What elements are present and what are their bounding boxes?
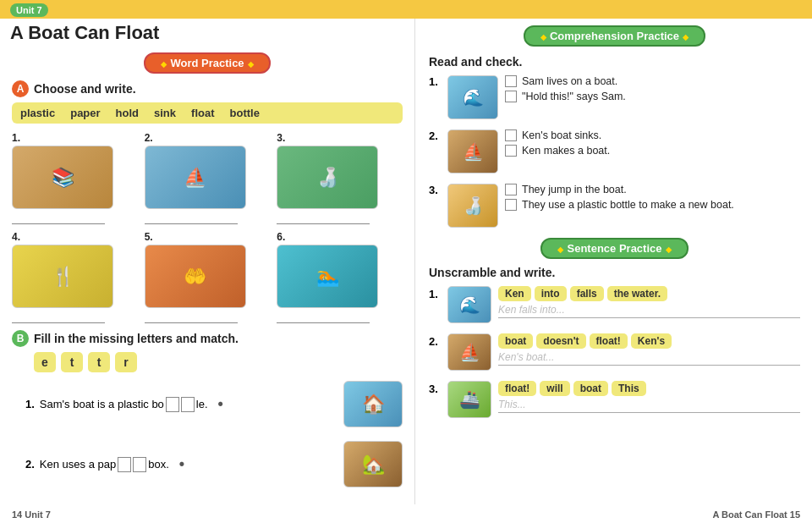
image-item-4: 4. 🍴 xyxy=(12,231,138,323)
word-bank: plastic paper hold sink float bottle xyxy=(12,102,403,124)
chip-3a: float! xyxy=(498,381,536,396)
word-chips-3: float! will boat This xyxy=(498,381,800,396)
dot-connector-1: • xyxy=(218,395,223,413)
fill-item-1: 1. Sam's boat is a plastic bo le. • 🏠 xyxy=(25,381,403,427)
section-b-heading: B Fill in the missing letters and match. xyxy=(12,330,403,347)
check-text-3b: They use a plastic bottle to make a new … xyxy=(522,199,734,211)
scramble-scene-2: ⛵ xyxy=(447,333,491,371)
read-check-heading: Read and check. xyxy=(429,55,800,69)
image-box-6: 🏊 xyxy=(277,245,378,308)
fill-before-1: Sam's boat is a plastic bo xyxy=(40,398,164,410)
char-box-1a[interactable] xyxy=(166,397,179,412)
check-options-2: Ken's boat sinks. Ken makes a boat. xyxy=(505,129,610,157)
check-text-2a: Ken's boat sinks. xyxy=(522,129,601,141)
check-text-3a: They jump in the boat. xyxy=(522,184,627,195)
chip-2b: doesn't xyxy=(536,333,585,349)
chip-1c: falls xyxy=(570,286,604,301)
fill-boxes-2[interactable] xyxy=(118,457,146,472)
checkbox-2a[interactable] xyxy=(505,129,517,141)
check-text-1a: Sam lives on a boat. xyxy=(522,75,617,87)
letter-box-r: r xyxy=(115,352,137,372)
fill-match-img-2: 🏡 xyxy=(343,441,403,487)
chip-2a: boat xyxy=(498,333,533,349)
image-box-4: 🍴 xyxy=(12,245,113,308)
checkbox-1b[interactable] xyxy=(505,91,517,102)
answer-line-4[interactable] xyxy=(12,311,105,323)
word-hold: hold xyxy=(116,107,139,119)
answer-line-3[interactable] xyxy=(277,212,370,224)
fill-before-2: Ken uses a pap xyxy=(40,458,116,471)
scramble-content-2: boat doesn't float! Ken's Ken's boat... xyxy=(498,333,800,366)
check-option-3b[interactable]: They use a plastic bottle to make a new … xyxy=(505,199,734,211)
dot-connector-2: • xyxy=(179,455,184,473)
char-box-1b[interactable] xyxy=(181,397,195,412)
section-a-heading: A Choose and write. xyxy=(12,80,403,97)
fill-boxes-1[interactable] xyxy=(166,397,195,412)
chip-1d: the water. xyxy=(607,286,667,301)
scene-img-3: 🍶 xyxy=(447,184,498,228)
sent-label: Sentence Practice xyxy=(540,238,688,259)
scramble-answer-1[interactable]: Ken falls into... xyxy=(498,304,800,318)
scramble-item-1: 1. 🌊 Ken into falls the water. Ken falls… xyxy=(429,286,800,323)
image-item-1: 1. 📚 xyxy=(12,132,138,224)
chip-3d: This xyxy=(612,381,646,396)
check-text-2b: Ken makes a boat. xyxy=(522,145,610,157)
unit-badge: Unit 7 xyxy=(10,3,48,17)
scramble-scene-1: 🌊 xyxy=(447,286,491,323)
scramble-content-3: float! will boat This This... xyxy=(498,381,800,413)
check-option-2a[interactable]: Ken's boat sinks. xyxy=(505,129,610,141)
image-item-6: 6. 🏊 xyxy=(277,231,403,323)
letter-box-t2: t xyxy=(88,352,110,372)
answer-line-6[interactable] xyxy=(277,311,370,323)
check-option-3a[interactable]: They jump in the boat. xyxy=(505,184,734,195)
vertical-divider xyxy=(414,19,415,504)
check-option-1a[interactable]: Sam lives on a boat. xyxy=(505,75,626,87)
footer-right: A Boat Can Float 15 xyxy=(713,509,801,520)
section-b: B Fill in the missing letters and match.… xyxy=(12,330,403,487)
scene-img-1: 🌊 xyxy=(447,75,498,119)
fill-match-img-1: 🏠 xyxy=(343,381,403,427)
comp-label: Comprehension Practice xyxy=(524,25,705,47)
fill-item-2: 2. Ken uses a pap box. • 🏡 xyxy=(25,441,403,487)
chip-3b: will xyxy=(540,381,569,396)
check-item-3: 3. 🍶 They jump in the boat. They use a p… xyxy=(429,184,800,228)
fill-num-2: 2. xyxy=(25,458,35,471)
image-grid: 1. 📚 2. ⛵ 3. 🍶 4. 🍴 xyxy=(12,132,403,323)
check-option-2b[interactable]: Ken makes a boat. xyxy=(505,145,610,157)
chip-1a: Ken xyxy=(498,286,531,301)
chip-3c: boat xyxy=(573,381,608,396)
letter-boxes: e t t r xyxy=(34,352,403,372)
comp-banner: Comprehension Practice xyxy=(429,25,800,47)
image-box-1: 📚 xyxy=(12,146,113,209)
scramble-answer-3[interactable]: This... xyxy=(498,399,800,413)
char-box-2a[interactable] xyxy=(118,457,131,472)
letter-box-t1: t xyxy=(61,352,83,372)
scramble-item-3: 3. 🚢 float! will boat This This... xyxy=(429,381,800,418)
checkbox-1a[interactable] xyxy=(505,75,517,87)
scramble-answer-2[interactable]: Ken's boat... xyxy=(498,351,800,366)
word-practice-banner: Word Practice xyxy=(12,52,403,74)
check-item-1: 1. 🌊 Sam lives on a boat. "Hold this!" s… xyxy=(429,75,800,119)
header-bar xyxy=(0,0,812,19)
letter-box-e: e xyxy=(34,352,56,372)
scramble-scene-3: 🚢 xyxy=(447,381,491,418)
word-bottle: bottle xyxy=(230,107,260,119)
word-practice-label: Word Practice xyxy=(144,52,270,74)
answer-line-5[interactable] xyxy=(145,311,238,323)
image-item-2: 2. ⛵ xyxy=(145,132,271,224)
char-box-2b[interactable] xyxy=(133,457,146,472)
answer-line-1[interactable] xyxy=(12,212,105,224)
checkbox-3b[interactable] xyxy=(505,199,517,211)
checkbox-3a[interactable] xyxy=(505,184,517,195)
checkbox-2b[interactable] xyxy=(505,145,517,157)
section-a-text: Choose and write. xyxy=(34,82,136,96)
scramble-content-1: Ken into falls the water. Ken falls into… xyxy=(498,286,800,318)
image-item-3: 3. 🍶 xyxy=(277,132,403,224)
word-float: float xyxy=(191,107,214,119)
answer-line-2[interactable] xyxy=(145,212,238,224)
word-sink: sink xyxy=(154,107,176,119)
image-box-5: 🤲 xyxy=(145,245,246,308)
check-option-1b[interactable]: "Hold this!" says Sam. xyxy=(505,91,626,102)
image-box-3: 🍶 xyxy=(277,146,378,209)
right-panel: Comprehension Practice Read and check. 1… xyxy=(417,19,812,523)
